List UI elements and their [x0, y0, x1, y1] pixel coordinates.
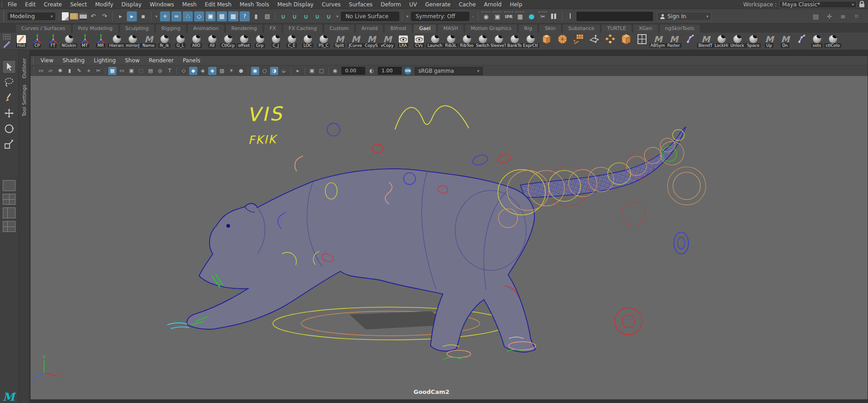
ipr-render-icon[interactable]: IPR	[504, 11, 514, 21]
select-object-icon[interactable]: ▸	[127, 11, 137, 21]
ambient-occlusion-icon[interactable]: ◉	[251, 67, 259, 75]
shelf-item[interactable]: Paster	[666, 34, 681, 48]
menu-item[interactable]: Arnold	[480, 0, 506, 9]
shaded-display-icon[interactable]: ◆	[189, 67, 197, 75]
toggle-attribute-editor-icon[interactable]: ▤	[811, 11, 821, 21]
shelf-tab[interactable]: Curves / Surfaces	[15, 24, 71, 33]
textured-display-icon[interactable]: ◈	[199, 67, 207, 75]
toolbar-icon[interactable]	[151, 12, 151, 21]
shelf-tab[interactable]: Sculpting	[120, 24, 155, 33]
shelf-item[interactable]: AllO	[189, 34, 204, 48]
shelf-item[interactable]	[618, 34, 633, 48]
shelf-item[interactable]: Switch	[475, 34, 490, 48]
shelf-item[interactable]: MT	[77, 34, 92, 48]
toolbar-icon[interactable]	[112, 12, 113, 21]
render-setup-icon[interactable]: ✂	[538, 11, 548, 21]
snap-curve-icon[interactable]: ≈	[171, 11, 181, 21]
lock-selection-icon[interactable]: ▮	[251, 11, 261, 21]
shelf-item[interactable]	[634, 34, 649, 48]
shelf-item[interactable]: Space	[746, 34, 761, 48]
shelf-item[interactable]: Grp	[252, 34, 267, 48]
shelf-tab[interactable]: Substance	[562, 24, 601, 33]
shadows-toggle-icon[interactable]: ●	[237, 67, 245, 75]
shelf-item[interactable]: sets	[809, 34, 824, 48]
panel-toolbar-icon[interactable]	[34, 67, 34, 75]
workspace-dropdown[interactable]: Maya Classic* ▾	[779, 1, 857, 8]
paint-select-tool[interactable]	[2, 91, 16, 105]
panel-menu-item[interactable]: Shading	[58, 56, 89, 65]
select-component-icon[interactable]: ▪	[138, 11, 148, 21]
menu-item[interactable]: Surfaces	[345, 0, 376, 9]
menu-item[interactable]: Create	[40, 0, 66, 9]
toolbar-icon[interactable]	[59, 12, 59, 21]
select-hierarchy-icon[interactable]: ▸	[115, 11, 125, 21]
safe-action-icon[interactable]: ◎	[156, 67, 164, 75]
menu-item[interactable]: Display	[117, 0, 146, 9]
isolate-select-icon[interactable]: ▸	[294, 67, 302, 75]
resolution-gate-icon[interactable]: ▣	[127, 67, 135, 75]
exposure-field[interactable]: 0.00	[341, 67, 365, 75]
snap-grid-icon[interactable]: +	[160, 11, 170, 21]
panel-menu-item[interactable]: Renderer	[144, 56, 178, 65]
shelf-item[interactable]: Hierarc	[109, 34, 124, 48]
toggle-modeling-toolkit-icon[interactable]: ⌗	[852, 11, 862, 21]
shelf-tab[interactable]: TURTLE	[601, 24, 632, 33]
anti-aliasing-icon[interactable]: ◑	[270, 67, 278, 75]
shelf-item[interactable]	[571, 34, 586, 48]
shelf-item[interactable]	[555, 34, 570, 48]
snapshot-icon[interactable]: ✂	[94, 67, 102, 75]
layout-outliner-persp-button[interactable]	[3, 221, 15, 232]
arnold-renderview-icon[interactable]: ●	[527, 11, 537, 21]
film-gate-icon[interactable]: ▭	[118, 67, 126, 75]
menu-item[interactable]: Cache	[455, 0, 480, 9]
shelf-item[interactable]: Dn	[778, 34, 793, 48]
shelf-item[interactable]: Launch	[427, 34, 442, 48]
sign-in-dropdown[interactable]: Sign In ▾	[657, 12, 712, 21]
side-panel-tab[interactable]: Tool Settings	[21, 85, 27, 116]
shelf-tab[interactable]: ngSkinTools	[659, 24, 700, 33]
menu-item[interactable]: Generate	[421, 0, 455, 9]
field-chart-icon[interactable]: ▤	[146, 67, 155, 75]
camera-lock-icon[interactable]: ▭	[37, 67, 45, 75]
shelf-tab[interactable]: Gael	[413, 24, 437, 33]
menu-item[interactable]: Edit Mesh	[201, 0, 236, 9]
expand-icon[interactable]: ›	[471, 11, 475, 21]
menu-item[interactable]: File	[4, 0, 21, 9]
frame-selection-icon[interactable]: +	[85, 67, 93, 75]
shelf-item[interactable]: All	[205, 34, 220, 48]
menu-set-dropdown[interactable]: Modeling ▾	[7, 12, 56, 21]
symmetry-caret[interactable]: ▾	[405, 11, 410, 21]
snap-mesh-icon[interactable]: ▩	[228, 11, 238, 21]
layout-four-view-button[interactable]	[3, 194, 15, 205]
panel-toolbar-icon[interactable]	[291, 67, 291, 75]
shelf-tab[interactable]: Rigging	[156, 24, 186, 33]
2d-pan-zoom-icon[interactable]: ✎	[75, 67, 83, 75]
lasso-tool[interactable]	[2, 76, 16, 89]
shelf-tab[interactable]: Skin	[539, 24, 561, 33]
redo-icon[interactable]: ↷	[100, 11, 110, 21]
side-panel-tab[interactable]: Outliner	[21, 58, 27, 78]
shelf-item[interactable]: ExprCtl	[523, 34, 538, 48]
toggle-channel-box-icon[interactable]: ≡	[838, 11, 848, 21]
contrast-icon[interactable]: ◐	[367, 67, 376, 75]
shelf-item[interactable]: SleeveT	[491, 34, 506, 48]
shelf-tab[interactable]: Motion Graphics	[465, 24, 517, 33]
shelf-item[interactable]: CP	[30, 34, 45, 48]
shelf-item[interactable]	[587, 34, 602, 48]
lighting-toggle-icon[interactable]: ☀	[227, 67, 236, 75]
open-scene-icon[interactable]	[70, 13, 78, 20]
symmetry-field[interactable]: Symmetry: Off	[411, 12, 469, 21]
shelf-item[interactable]: LOC	[300, 34, 315, 48]
toolbar-icon[interactable]	[275, 12, 276, 21]
live-surface-caret[interactable]: ▾	[335, 11, 340, 21]
magnet-axis-icon[interactable]: ∪	[312, 11, 322, 21]
menu-item[interactable]: Modify	[91, 0, 117, 9]
numeric-input-field[interactable]	[577, 12, 653, 21]
shelf-item[interactable]: C_E	[284, 34, 299, 48]
panel-grip[interactable]	[32, 57, 35, 64]
shelf-tab[interactable]: XGen	[633, 24, 658, 33]
shelf-item[interactable]: BlendT	[698, 34, 713, 48]
contrast-field[interactable]: 1.00	[378, 67, 401, 75]
rotate-tool[interactable]	[2, 122, 16, 136]
panel-toolbar-icon[interactable]	[105, 67, 105, 75]
